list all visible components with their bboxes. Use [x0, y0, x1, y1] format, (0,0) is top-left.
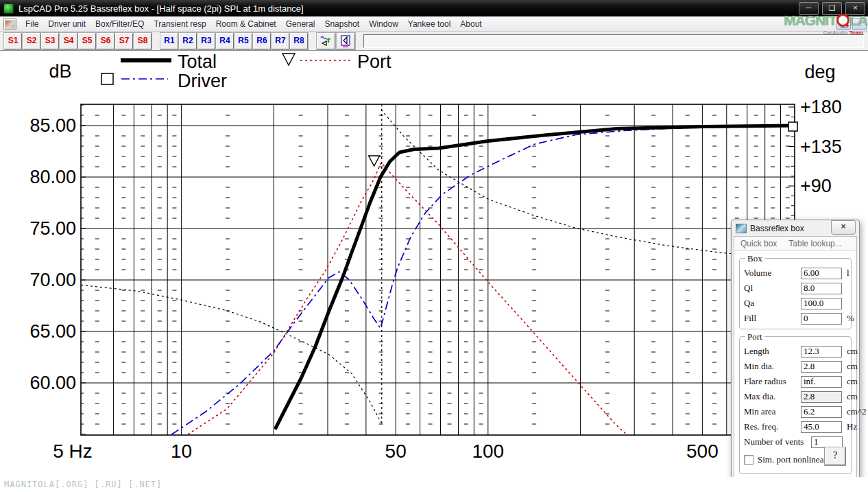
menu-item-snapshot[interactable]: Snapshot	[320, 17, 364, 31]
menu-item-about[interactable]: About	[455, 17, 486, 31]
ql-row: Ql	[744, 281, 847, 296]
svg-text:80.00: 80.00	[29, 167, 76, 187]
speaker-schematic-icon	[340, 35, 352, 47]
dialog-title: Bassreflex box	[750, 224, 804, 233]
length-unit: cm	[847, 346, 858, 357]
ql-label: Ql	[744, 283, 801, 294]
min-dia-field[interactable]	[801, 361, 842, 373]
close-icon: ×	[858, 21, 862, 28]
toolbar: S1 S2 S3 S4 S5 S6 S7 S8 R1 R2 R3 R4 R5 R…	[0, 32, 868, 51]
box-group: Box Volume l Ql Qa Fill %	[739, 258, 852, 329]
menu-item-general[interactable]: General	[281, 17, 320, 31]
recall-button-r1[interactable]: R1	[160, 33, 178, 49]
y-axis-right-unit: deg	[804, 62, 835, 82]
flare-radius-unit: cm	[847, 376, 858, 387]
min-area-field[interactable]	[801, 406, 842, 418]
toolbar-status-field	[363, 34, 864, 48]
recall-button-r3[interactable]: R3	[197, 33, 215, 49]
legend-total-label: Total	[178, 51, 217, 72]
maximize-button[interactable]: ❑	[822, 2, 842, 15]
qa-field[interactable]	[801, 298, 842, 309]
svg-text:500: 500	[686, 441, 719, 462]
snapshot-button-s1[interactable]: S1	[4, 33, 22, 49]
mdi-restore-button[interactable]	[836, 18, 851, 30]
snapshot-button-s8[interactable]: S8	[134, 33, 152, 49]
dialog-menu-quick-box[interactable]: Quick box	[740, 239, 777, 248]
recall-button-r8[interactable]: R8	[290, 33, 308, 49]
menu-item-transient-resp[interactable]: Transient resp	[149, 17, 210, 31]
flare-radius-field[interactable]	[801, 376, 842, 388]
legend-port-label: Port	[357, 51, 391, 72]
flare-radius-label: Flare radius	[744, 376, 801, 387]
snapshot-button-s4[interactable]: S4	[60, 33, 77, 49]
min-dia-label: Min dia.	[744, 361, 801, 372]
legend-port-nabla-icon	[282, 54, 295, 65]
snapshot-button-s2[interactable]: S2	[23, 33, 40, 49]
chart-legend: Total Driver Port	[101, 51, 391, 91]
bassreflex-box-dialog: Bassreflex box × Quick box Table lookup.…	[731, 220, 860, 487]
status-text: MAGNITOLA[.ORG] [.RU] [.NET]	[4, 480, 162, 489]
menu-item-driver-unit[interactable]: Driver unit	[43, 17, 91, 31]
min-dia-unit: cm	[847, 361, 858, 372]
menu-item-yankee-tool[interactable]: Yankee tool	[403, 17, 456, 31]
menu-bar: File Driver unit Box/Filter/EQ Transient…	[0, 16, 868, 32]
number-of-vents-label: Number of vents	[744, 436, 811, 447]
box-group-label: Box	[745, 253, 764, 264]
sim-port-nonlinearity-checkbox[interactable]	[744, 455, 754, 465]
snapshot-button-s3[interactable]: S3	[41, 33, 59, 49]
recall-button-r5[interactable]: R5	[234, 33, 252, 49]
menu-item-room-cabinet[interactable]: Room & Cabinet	[211, 17, 281, 31]
window-title: LspCAD Pro 5.25 Bassreflex box - [Half s…	[19, 3, 799, 14]
ql-field[interactable]	[801, 283, 842, 294]
volume-unit: l	[847, 268, 849, 279]
driver-schematic-button[interactable]	[337, 33, 355, 49]
volume-field[interactable]	[801, 268, 842, 279]
max-dia-unit: cm	[847, 391, 858, 402]
menu-item-file[interactable]: File	[21, 17, 43, 31]
dialog-close-button[interactable]: ×	[831, 220, 856, 235]
menu-item-window[interactable]: Window	[364, 17, 403, 31]
min-area-unit: cm^2	[847, 406, 866, 417]
number-of-vents-field[interactable]	[811, 436, 843, 448]
svg-text:5 Hz: 5 Hz	[53, 441, 93, 462]
volume-row: Volume l	[744, 266, 847, 281]
legend-driver-square-icon	[101, 73, 113, 84]
qa-row: Qa	[744, 296, 847, 311]
fill-unit: %	[847, 313, 854, 324]
close-button[interactable]: ×	[845, 2, 865, 15]
recall-button-r6[interactable]: R6	[253, 33, 271, 49]
snapshot-button-s6[interactable]: S6	[97, 33, 114, 49]
dialog-icon	[736, 224, 747, 233]
chart-curves	[81, 110, 795, 434]
svg-text:70.00: 70.00	[29, 270, 76, 290]
svg-text:85.00: 85.00	[29, 115, 76, 136]
snapshot-button-s7[interactable]: S7	[115, 33, 133, 49]
svg-text:65.00: 65.00	[29, 321, 76, 342]
res-freq-label: Res. freq.	[744, 421, 801, 432]
port-group-label: Port	[745, 331, 764, 342]
svg-text:+180: +180	[800, 97, 842, 117]
svg-text:50: 50	[385, 441, 407, 462]
recall-button-r2[interactable]: R2	[179, 33, 197, 49]
help-button[interactable]: ?	[825, 447, 845, 465]
volume-label: Volume	[744, 268, 801, 279]
minimize-button[interactable]: ─	[799, 2, 819, 15]
title-bar: LspCAD Pro 5.25 Bassreflex box - [Half s…	[0, 0, 868, 16]
max-dia-field	[801, 391, 842, 403]
svg-text:75.00: 75.00	[29, 218, 76, 239]
res-freq-field[interactable]	[801, 421, 842, 433]
mdi-close-button[interactable]: ×	[852, 18, 867, 30]
min-area-label: Min area	[744, 406, 801, 417]
snapshot-button-s5[interactable]: S5	[78, 33, 96, 49]
qa-label: Qa	[744, 298, 801, 309]
fill-field[interactable]	[801, 313, 842, 325]
recall-button-r4[interactable]: R4	[216, 33, 234, 49]
simulate-tool-button[interactable]	[317, 33, 335, 49]
length-field[interactable]	[801, 346, 842, 358]
status-bar: MAGNITOLA[.ORG] [.RU] [.NET]	[0, 477, 868, 492]
recall-button-r7[interactable]: R7	[272, 33, 289, 49]
dialog-menu-table-lookup[interactable]: Table lookup...	[788, 239, 841, 248]
menu-item-box-filter-eq[interactable]: Box/Filter/EQ	[91, 17, 149, 31]
dialog-menu-bar: Quick box Table lookup...	[734, 237, 856, 251]
min-dia-row: Min dia. cm	[744, 359, 847, 374]
